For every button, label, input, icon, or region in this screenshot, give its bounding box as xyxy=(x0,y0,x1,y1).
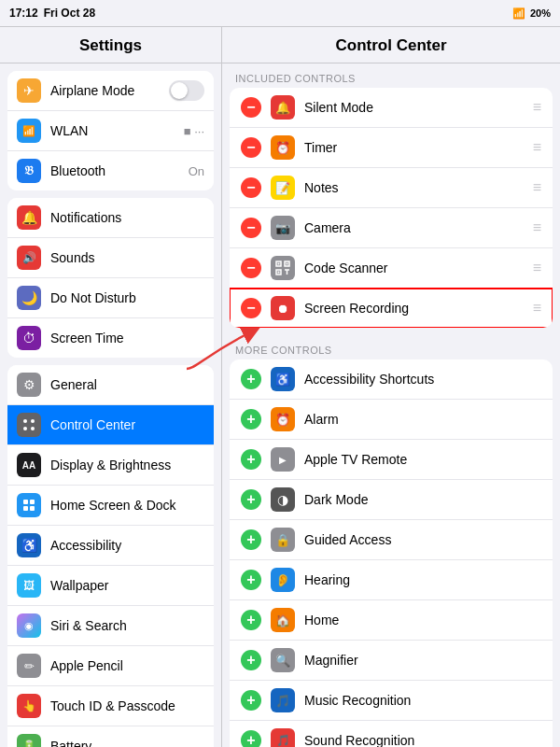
sidebar-item-battery[interactable]: 🔋 Battery xyxy=(7,726,214,747)
control-item-alarm[interactable]: + ⏰ Alarm xyxy=(230,400,553,440)
control-item-accessibility-shortcuts[interactable]: + ♿ Accessibility Shortcuts xyxy=(230,359,553,400)
add-alarm[interactable]: + xyxy=(241,409,261,430)
sidebar-title: Settings xyxy=(0,27,221,63)
timer-label: Timer xyxy=(304,140,533,155)
control-item-home[interactable]: + 🏠 Home xyxy=(230,600,553,641)
silent-mode-label: Silent Mode xyxy=(304,100,533,115)
add-magnifier[interactable]: + xyxy=(241,650,261,670)
svg-point-0 xyxy=(23,419,27,423)
included-controls-section: − 🔔 Silent Mode ≡ − ⏰ Timer ≡ − 📝 Notes … xyxy=(230,88,553,328)
control-item-silent-mode[interactable]: − 🔔 Silent Mode ≡ xyxy=(230,88,553,128)
home-icon: 🏠 xyxy=(271,608,295,632)
sidebar-item-wlan[interactable]: 📶 WLAN ■ ··· xyxy=(7,111,214,151)
general-label: General xyxy=(50,377,204,392)
drag-notes[interactable]: ≡ xyxy=(533,179,541,196)
drag-camera[interactable]: ≡ xyxy=(533,219,541,236)
add-home[interactable]: + xyxy=(241,610,261,630)
sidebar-item-wallpaper[interactable]: 🖼 Wallpaper xyxy=(7,566,214,606)
airplane-mode-icon: ✈ xyxy=(17,78,41,103)
drag-timer[interactable]: ≡ xyxy=(533,139,541,156)
add-apple-tv-remote[interactable]: + xyxy=(241,449,261,470)
display-icon: AA xyxy=(17,453,41,477)
remove-timer[interactable]: − xyxy=(241,137,261,158)
sidebar-item-sounds[interactable]: 🔊 Sounds xyxy=(7,238,214,278)
control-item-timer[interactable]: − ⏰ Timer ≡ xyxy=(230,128,553,168)
control-item-music-recognition[interactable]: + 🎵 Music Recognition xyxy=(230,681,553,721)
sidebar-item-apple-pencil[interactable]: ✏ Apple Pencil xyxy=(7,646,214,686)
airplane-toggle[interactable] xyxy=(169,80,204,101)
sidebar-item-home-screen[interactable]: Home Screen & Dock xyxy=(7,486,214,526)
control-item-screen-recording[interactable]: − ⏺ Screen Recording ≡ xyxy=(230,289,553,328)
svg-rect-12 xyxy=(287,263,288,265)
remove-notes[interactable]: − xyxy=(241,177,261,198)
svg-rect-6 xyxy=(23,506,28,511)
screen-recording-icon: ⏺ xyxy=(271,296,295,320)
accessibility-label: Accessibility xyxy=(50,538,204,553)
remove-silent-mode[interactable]: − xyxy=(241,97,261,118)
music-recognition-icon: 🎵 xyxy=(271,688,295,712)
add-music-recognition[interactable]: + xyxy=(241,690,261,711)
code-scanner-icon xyxy=(271,256,295,280)
screen-recording-label: Screen Recording xyxy=(304,301,533,316)
siri-icon: ◉ xyxy=(17,613,41,638)
more-controls-label: MORE CONTROLS xyxy=(222,335,560,359)
drag-silent-mode[interactable]: ≡ xyxy=(533,99,541,116)
screen-time-label: Screen Time xyxy=(50,331,204,345)
add-accessibility-shortcuts[interactable]: + xyxy=(241,369,261,389)
control-item-guided-access[interactable]: + 🔒 Guided Access xyxy=(230,520,553,560)
drag-screen-recording[interactable]: ≡ xyxy=(533,300,541,317)
sidebar-item-siri[interactable]: ◉ Siri & Search xyxy=(7,606,214,646)
svg-rect-13 xyxy=(278,272,280,274)
drag-code-scanner[interactable]: ≡ xyxy=(533,260,541,276)
add-hearing[interactable]: + xyxy=(241,570,261,590)
sidebar-item-accessibility[interactable]: ♿ Accessibility xyxy=(7,526,214,566)
wlan-value: ■ ··· xyxy=(184,124,204,138)
svg-point-2 xyxy=(23,427,27,430)
music-recognition-label: Music Recognition xyxy=(304,693,541,708)
control-item-apple-tv-remote[interactable]: + ▶ Apple TV Remote xyxy=(230,440,553,480)
sidebar-item-airplane-mode[interactable]: ✈ Airplane Mode xyxy=(7,71,214,111)
battery-label: Battery xyxy=(50,739,204,747)
control-item-magnifier[interactable]: + 🔍 Magnifier xyxy=(230,641,553,681)
remove-screen-recording[interactable]: − xyxy=(241,298,261,318)
control-item-code-scanner[interactable]: − Code Scanner ≡ xyxy=(230,248,553,289)
home-screen-icon xyxy=(17,493,41,517)
siri-label: Siri & Search xyxy=(50,618,204,633)
svg-point-1 xyxy=(31,419,35,423)
sidebar-item-notifications[interactable]: 🔔 Notifications xyxy=(7,198,214,238)
wlan-label: WLAN xyxy=(50,123,184,138)
control-item-dark-mode[interactable]: + ◑ Dark Mode xyxy=(230,480,553,520)
sidebar-section-alerts: 🔔 Notifications 🔊 Sounds 🌙 Do Not Distur… xyxy=(7,198,214,358)
screen-time-icon: ⏱ xyxy=(17,326,41,350)
add-guided-access[interactable]: + xyxy=(241,529,261,550)
sidebar-item-do-not-disturb[interactable]: 🌙 Do Not Disturb xyxy=(7,278,214,318)
magnifier-label: Magnifier xyxy=(304,653,541,668)
sidebar-item-general[interactable]: ⚙ General xyxy=(7,365,214,405)
alarm-icon: ⏰ xyxy=(271,407,295,431)
control-item-sound-recognition[interactable]: + 🎵 Sound Recognition xyxy=(230,721,553,747)
control-center-icon xyxy=(17,413,41,437)
hearing-icon: 👂 xyxy=(271,568,295,592)
status-left: 17:12 Fri Oct 28 xyxy=(9,7,95,20)
remove-code-scanner[interactable]: − xyxy=(241,258,261,278)
sound-recognition-icon: 🎵 xyxy=(271,728,295,747)
apple-tv-remote-label: Apple TV Remote xyxy=(304,452,541,467)
do-not-disturb-label: Do Not Disturb xyxy=(50,290,204,305)
sidebar-item-bluetooth[interactable]: 𝔅 Bluetooth On xyxy=(7,151,214,190)
add-sound-recognition[interactable]: + xyxy=(241,730,261,747)
sidebar-section-connectivity: ✈ Airplane Mode 📶 WLAN ■ ··· 𝔅 Bluetooth… xyxy=(7,71,214,190)
svg-rect-11 xyxy=(278,263,280,265)
sidebar-item-screen-time[interactable]: ⏱ Screen Time xyxy=(7,318,214,358)
sidebar-item-control-center[interactable]: Control Center xyxy=(7,405,214,445)
add-dark-mode[interactable]: + xyxy=(241,489,261,510)
wallpaper-icon: 🖼 xyxy=(17,573,41,598)
sidebar-section-general: ⚙ General Control Center AA Display & Br… xyxy=(7,365,214,747)
control-item-hearing[interactable]: + 👂 Hearing xyxy=(230,560,553,600)
remove-camera[interactable]: − xyxy=(241,218,261,238)
sidebar-item-touch-id[interactable]: 👆 Touch ID & Passcode xyxy=(7,686,214,726)
control-item-notes[interactable]: − 📝 Notes ≡ xyxy=(230,168,553,208)
status-right: 📶 20% xyxy=(512,7,551,20)
sidebar-item-display[interactable]: AA Display & Brightness xyxy=(7,445,214,486)
battery-display: 20% xyxy=(530,7,551,19)
control-item-camera[interactable]: − 📷 Camera ≡ xyxy=(230,208,553,248)
